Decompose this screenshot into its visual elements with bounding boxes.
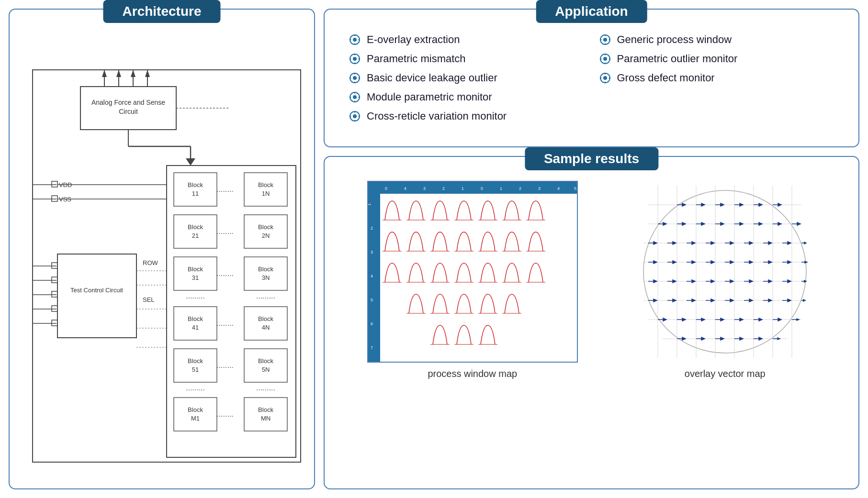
svg-text:4: 4 [404,186,406,191]
svg-rect-24 [52,263,57,268]
svg-point-130 [353,95,357,99]
svg-rect-79 [244,349,287,382]
svg-text:Block: Block [188,181,203,188]
app-item-7: Module parametric monitor [349,91,834,103]
svg-marker-302 [768,299,772,302]
svg-text:4: 4 [557,186,560,191]
svg-point-109 [350,58,351,60]
svg-text:51: 51 [192,366,199,373]
svg-marker-326 [701,337,705,340]
svg-text:........: ........ [216,269,234,277]
svg-marker-296 [711,299,714,302]
svg-marker-328 [721,337,724,340]
svg-text:2: 2 [519,186,521,191]
svg-point-126 [604,82,606,83]
svg-point-110 [359,58,360,60]
svg-rect-49 [244,173,287,206]
svg-point-138 [354,120,356,122]
process-window-image: 0 4 3 2 1 0 1 2 3 4 5 1 [367,181,578,363]
svg-marker-252 [804,242,806,244]
svg-rect-56 [244,215,287,248]
svg-marker-286 [788,280,791,283]
svg-text:1N: 1N [262,190,270,197]
svg-marker-276 [692,280,695,283]
svg-marker-262 [730,261,733,264]
svg-text:4: 4 [371,274,373,278]
app-label-4: Parametric outlier monitor [617,53,738,65]
svg-rect-59 [174,257,217,290]
svg-text:Circuit: Circuit [119,108,138,115]
svg-text:........: ........ [216,319,234,327]
svg-marker-316 [740,318,743,321]
app-label-7: Module parametric monitor [367,91,492,103]
svg-marker-310 [682,318,686,321]
svg-text:.........: ......... [186,292,205,300]
svg-rect-28 [52,291,57,297]
svg-marker-226 [721,222,724,225]
overlay-vector-label: overlay vector map [685,368,766,379]
svg-marker-214 [740,203,743,206]
svg-marker-334 [778,338,780,340]
svg-text:3: 3 [538,186,541,191]
svg-marker-322 [797,319,799,321]
svg-text:0: 0 [481,186,483,191]
svg-point-95 [354,35,356,36]
svg-marker-290 [654,299,657,302]
svg-marker-246 [749,242,753,244]
svg-point-119 [354,73,356,75]
svg-marker-280 [730,280,733,283]
svg-rect-153 [368,182,380,363]
svg-text:7: 7 [371,345,373,350]
app-item-4: Parametric outlier monitor [599,53,835,65]
svg-marker-314 [721,318,724,321]
svg-marker-270 [805,261,807,263]
svg-point-137 [354,111,356,113]
svg-point-132 [354,101,356,102]
svg-marker-250 [788,242,791,244]
process-window-item: 0 4 3 2 1 0 1 2 3 4 5 1 [367,181,578,379]
svg-text:2: 2 [442,186,445,191]
architecture-title: Architecture [103,0,221,23]
svg-marker-6 [131,70,135,77]
svg-marker-218 [778,203,781,206]
svg-marker-294 [692,299,695,302]
sample-results-title: Sample results [525,147,658,170]
sample-results-panel: Sample results 0 4 3 2 1 0 1 [324,156,859,489]
svg-marker-282 [749,280,753,283]
svg-text:........: ........ [216,227,234,235]
svg-text:SEL: SEL [143,296,155,303]
svg-rect-33 [57,254,136,338]
dot-icon-1 [349,33,361,46]
svg-marker-236 [654,242,657,244]
svg-text:5: 5 [574,186,576,191]
svg-point-114 [604,63,606,64]
svg-point-98 [359,39,360,41]
svg-marker-300 [749,299,753,302]
svg-marker-240 [692,242,695,244]
svg-point-102 [604,44,606,45]
svg-point-113 [604,54,606,55]
svg-marker-278 [711,280,714,283]
svg-marker-268 [788,261,791,264]
svg-text:Block: Block [258,357,273,365]
svg-marker-312 [701,318,705,321]
svg-text:3: 3 [423,186,426,191]
right-container: Application E-overlay extraction [324,9,859,489]
svg-point-190 [643,190,806,353]
svg-marker-8 [145,70,150,77]
svg-point-107 [354,54,356,55]
svg-marker-232 [778,222,781,225]
svg-point-101 [604,35,606,36]
svg-text:31: 31 [192,274,199,281]
svg-marker-256 [673,261,676,264]
svg-rect-52 [174,215,217,248]
application-list: E-overlay extraction Generic process win… [349,33,834,122]
svg-point-125 [604,73,606,75]
svg-marker-320 [778,318,781,321]
app-item-8: Cross-reticle variation monitor [349,110,834,122]
dot-icon-3 [349,53,361,65]
svg-rect-26 [52,277,57,283]
svg-marker-304 [788,299,791,302]
app-item-5: Basic device leakage outlier [349,72,585,84]
svg-text:.........: ......... [186,384,205,392]
